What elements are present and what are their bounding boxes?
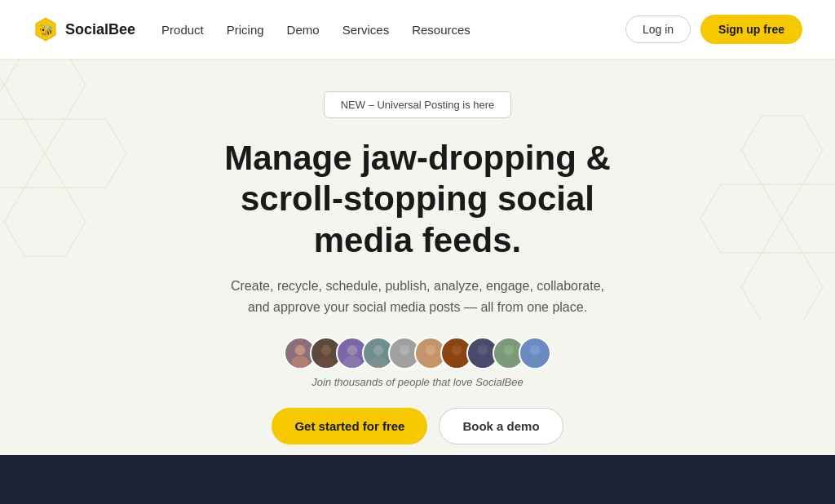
nav-actions: Log in Sign up free bbox=[625, 15, 802, 44]
svg-point-13 bbox=[321, 345, 332, 356]
nav-item-pricing[interactable]: Pricing bbox=[227, 23, 264, 37]
svg-point-15 bbox=[347, 345, 358, 356]
svg-marker-8 bbox=[782, 184, 835, 253]
cta-buttons: Get started for free Book a demo bbox=[272, 408, 563, 444]
svg-point-23 bbox=[452, 345, 462, 356]
social-proof-section: Join thousands of people that love Socia… bbox=[284, 337, 551, 388]
logo[interactable]: 🐝 SocialBee bbox=[33, 16, 135, 42]
nav-links: Product Pricing Demo Services Resources bbox=[161, 23, 625, 37]
navbar: 🐝 SocialBee Product Pricing Demo Service… bbox=[0, 0, 835, 59]
svg-point-26 bbox=[474, 356, 492, 368]
svg-marker-9 bbox=[700, 184, 782, 253]
svg-point-12 bbox=[291, 356, 309, 368]
svg-marker-7 bbox=[741, 116, 823, 184]
svg-point-25 bbox=[478, 345, 488, 356]
avatar-10 bbox=[519, 337, 551, 369]
svg-marker-6 bbox=[0, 59, 4, 119]
book-demo-button[interactable]: Book a demo bbox=[439, 408, 563, 444]
nav-item-resources[interactable]: Resources bbox=[412, 23, 471, 37]
avatars-label: Join thousands of people that love Socia… bbox=[311, 376, 523, 388]
svg-marker-2 bbox=[4, 59, 86, 119]
logo-icon: 🐝 bbox=[33, 16, 59, 42]
svg-point-16 bbox=[343, 356, 361, 368]
svg-marker-5 bbox=[4, 188, 86, 256]
svg-point-22 bbox=[422, 356, 440, 368]
announcement-badge[interactable]: NEW – Universal Posting is here bbox=[324, 91, 512, 118]
svg-point-27 bbox=[504, 345, 515, 356]
svg-text:🐝: 🐝 bbox=[39, 24, 54, 38]
svg-point-11 bbox=[295, 345, 306, 356]
nav-item-demo[interactable]: Demo bbox=[287, 23, 320, 37]
avatars-row bbox=[284, 337, 551, 369]
hero-subheading: Create, recycle, schedule, publish, anal… bbox=[230, 276, 605, 317]
svg-point-14 bbox=[317, 356, 335, 368]
svg-point-28 bbox=[500, 356, 518, 368]
signup-button[interactable]: Sign up free bbox=[700, 15, 802, 44]
dark-bottom-bar bbox=[0, 455, 835, 504]
hero-heading: Manage jaw-dropping & scroll-stopping so… bbox=[189, 138, 646, 261]
svg-point-24 bbox=[448, 356, 466, 368]
svg-point-17 bbox=[373, 345, 384, 356]
svg-point-19 bbox=[400, 345, 410, 356]
logo-text: SocialBee bbox=[65, 21, 135, 38]
svg-point-21 bbox=[426, 345, 436, 356]
svg-marker-4 bbox=[45, 119, 126, 188]
nav-item-services[interactable]: Services bbox=[342, 23, 390, 37]
svg-marker-3 bbox=[0, 119, 45, 188]
svg-point-29 bbox=[530, 345, 541, 356]
svg-point-18 bbox=[369, 356, 387, 368]
svg-marker-10 bbox=[741, 253, 823, 320]
get-started-button[interactable]: Get started for free bbox=[272, 408, 427, 444]
login-button[interactable]: Log in bbox=[625, 15, 691, 43]
hero-section: NEW – Universal Posting is here Manage j… bbox=[0, 59, 835, 455]
svg-point-30 bbox=[526, 356, 544, 368]
svg-point-20 bbox=[395, 356, 413, 368]
nav-item-product[interactable]: Product bbox=[161, 23, 204, 37]
